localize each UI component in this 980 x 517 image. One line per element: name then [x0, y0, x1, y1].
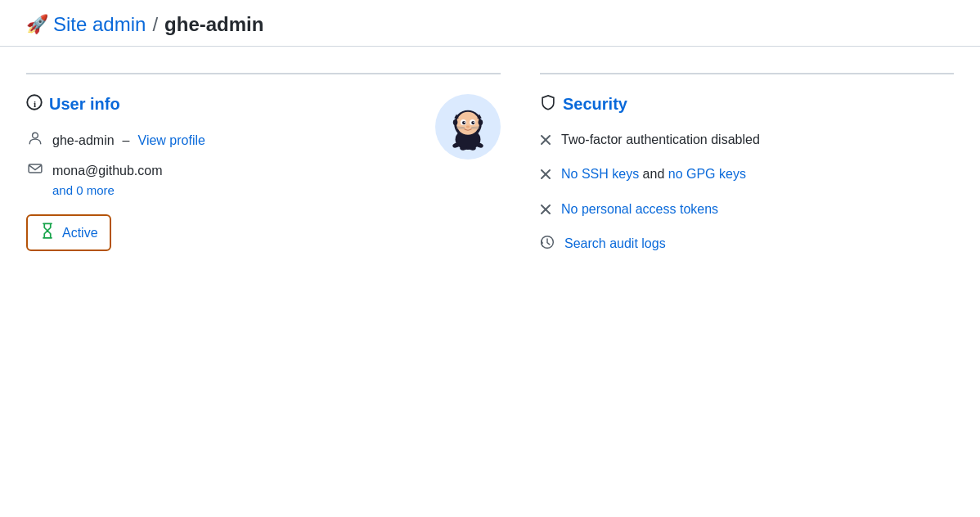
and-text: and — [643, 167, 668, 181]
svg-point-18 — [453, 119, 458, 125]
svg-point-14 — [471, 121, 474, 124]
rocket-icon: 🚀 — [26, 14, 48, 35]
audit-logs-item: Search audit logs — [540, 235, 954, 255]
page-title: ghe-admin — [164, 13, 263, 36]
search-audit-logs-link[interactable]: Search audit logs — [564, 235, 666, 253]
svg-point-2 — [33, 133, 38, 138]
tokens-item: No personal access tokens — [540, 200, 954, 220]
site-admin-link[interactable]: Site admin — [53, 13, 146, 36]
active-badge[interactable]: Active — [26, 214, 111, 251]
svg-point-19 — [479, 119, 483, 125]
avatar — [435, 94, 501, 160]
breadcrumb-separator: / — [152, 13, 158, 36]
security-label: Security — [563, 95, 627, 114]
x-icon-ssh — [540, 167, 551, 185]
username-dash: – — [123, 133, 130, 148]
main-content: i User info ghe-admin — [0, 47, 980, 296]
and-more-link[interactable]: and 0 more — [52, 183, 115, 197]
x-icon-tokens — [540, 202, 551, 220]
view-profile-link[interactable]: View profile — [138, 133, 205, 148]
user-info-content: i User info ghe-admin — [26, 94, 205, 251]
no-ssh-keys-link[interactable]: No SSH keys — [561, 167, 639, 181]
hourglass-icon — [39, 223, 56, 243]
2fa-item: Two-factor authentication disabled — [540, 131, 954, 151]
panels-wrapper: i User info ghe-admin — [26, 73, 954, 270]
active-label: Active — [62, 226, 98, 241]
username-row: ghe-admin – View profile — [26, 131, 205, 150]
svg-point-16 — [473, 122, 474, 123]
svg-point-13 — [462, 121, 465, 124]
x-icon-2fa — [540, 133, 551, 151]
info-icon: i — [26, 94, 43, 115]
user-info-title: i User info — [26, 94, 205, 115]
email-row: mona@github.com — [26, 161, 205, 180]
svg-text:i: i — [34, 99, 36, 109]
no-tokens-link[interactable]: No personal access tokens — [561, 200, 718, 218]
ssh-gpg-item: No SSH keys and no GPG keys — [540, 165, 954, 185]
user-icon — [26, 131, 44, 150]
page-header: 🚀 Site admin / ghe-admin — [0, 0, 980, 47]
user-info-panel: i User info ghe-admin — [26, 73, 501, 270]
ssh-gpg-text: No SSH keys and no GPG keys — [561, 165, 746, 183]
clock-icon — [540, 235, 555, 255]
and-more-row: and 0 more — [26, 183, 205, 198]
svg-point-17 — [466, 126, 470, 128]
no-gpg-keys-link[interactable]: no GPG keys — [668, 167, 746, 181]
svg-point-10 — [456, 112, 479, 135]
svg-point-15 — [464, 122, 465, 123]
svg-rect-3 — [29, 164, 42, 173]
security-panel: Security Two-factor authentication disab… — [540, 73, 954, 270]
username-text: ghe-admin — [52, 133, 115, 148]
2fa-text: Two-factor authentication disabled — [561, 131, 760, 149]
user-info-label: User info — [49, 95, 120, 114]
left-panel-inner: i User info ghe-admin — [26, 94, 501, 251]
security-title: Security — [540, 94, 954, 115]
email-text: mona@github.com — [52, 164, 163, 178]
shield-icon — [540, 94, 556, 115]
email-icon — [26, 161, 44, 180]
breadcrumb: 🚀 Site admin / ghe-admin — [26, 13, 263, 36]
